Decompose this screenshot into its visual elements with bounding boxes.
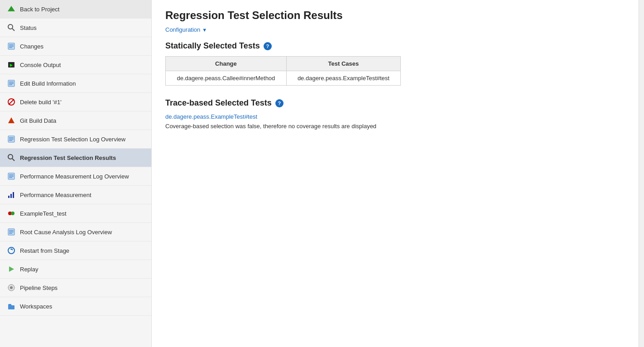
sidebar-item-regression-test-selection-results[interactable]: Regression Test Selection Results [0, 149, 151, 167]
sidebar-item-replay[interactable]: Replay [0, 260, 151, 279]
back-to-project-icon [6, 4, 16, 14]
sidebar-item-pipeline-steps[interactable]: Pipeline Steps [0, 279, 151, 297]
workspaces-label: Workspaces [20, 303, 52, 310]
configuration-link-text: Configuration [165, 26, 200, 33]
sidebar-item-console-output[interactable]: ►Console Output [0, 56, 151, 74]
exampletest-test-label: ExampleTest_test [20, 210, 67, 217]
sidebar-item-performance-measurement[interactable]: Performance Measurement [0, 186, 151, 204]
page-title: Regression Test Selection Results [165, 9, 625, 22]
performance-measurement-log-overview-label: Performance Measurement Log Overview [20, 173, 129, 180]
svg-rect-39 [8, 305, 14, 309]
edit-build-information-icon [6, 78, 16, 88]
svg-rect-28 [13, 192, 14, 198]
sidebar-item-workspaces[interactable]: Workspaces [0, 297, 151, 316]
trace-based-selected-tests-help-icon[interactable]: ? [275, 99, 284, 107]
sidebar-item-regression-test-selection-log-overview[interactable]: Regression Test Selection Log Overview [0, 130, 151, 149]
changes-label: Changes [20, 43, 43, 50]
exampletest-test-icon [6, 208, 16, 218]
svg-rect-27 [10, 194, 12, 198]
git-build-data-icon [6, 116, 16, 125]
regression-test-selection-log-overview-icon [6, 134, 16, 144]
table-row: de.dagere.peass.Callee#innerMethodde.dag… [166, 71, 401, 86]
edit-build-information-label: Edit Build Information [20, 80, 76, 87]
sidebar-item-root-cause-analysis-log-overview[interactable]: Root Cause Analysis Log Overview [0, 223, 151, 241]
table-cell-test-cases: de.dagere.peass.ExampleTest#test [286, 71, 400, 86]
svg-point-38 [10, 286, 13, 289]
table-header-change: Change [166, 57, 287, 71]
regression-test-selection-results-label: Regression Test Selection Results [20, 154, 116, 161]
console-output-label: Console Output [20, 62, 61, 68]
svg-point-1 [8, 24, 13, 29]
sidebar-item-back-to-project[interactable]: Back to Project [0, 0, 151, 19]
changes-icon [6, 41, 16, 51]
coverage-note: Coverage-based selection was false, ther… [165, 123, 625, 130]
trace-based-test-link[interactable]: de.dagere.peass.ExampleTest#test [165, 113, 625, 120]
sidebar-item-exampletest-test[interactable]: ExampleTest_test [0, 204, 151, 223]
svg-text:►: ► [9, 63, 14, 67]
statically-selected-tests-table: Change Test Cases de.dagere.peass.Callee… [165, 56, 401, 86]
regression-test-selection-results-icon [6, 153, 16, 163]
pipeline-steps-icon [6, 283, 16, 293]
svg-line-2 [12, 29, 14, 31]
sidebar-item-git-build-data[interactable]: Git Build Data [0, 111, 151, 130]
console-output-icon: ► [6, 60, 16, 70]
svg-line-21 [12, 159, 14, 161]
status-icon [6, 23, 16, 33]
root-cause-analysis-log-overview-label: Root Cause Analysis Log Overview [20, 229, 112, 236]
statically-selected-tests-title: Statically Selected Tests ? [165, 41, 625, 51]
scrollbar[interactable] [639, 0, 644, 347]
sidebar-item-delete-build[interactable]: Delete build '#1' [0, 93, 151, 111]
statically-selected-tests-help-icon[interactable]: ? [264, 42, 272, 50]
svg-rect-26 [8, 196, 10, 198]
table-header-test-cases: Test Cases [286, 57, 400, 71]
main-content: Regression Test Selection Results Config… [152, 0, 639, 347]
workspaces-icon [6, 301, 16, 311]
svg-marker-0 [8, 6, 15, 11]
sidebar-item-edit-build-information[interactable]: Edit Build Information [0, 74, 151, 93]
svg-point-20 [8, 154, 13, 159]
pipeline-steps-label: Pipeline Steps [20, 284, 58, 291]
sidebar-item-changes[interactable]: Changes [0, 37, 151, 56]
configuration-link[interactable]: Configuration ▼ [165, 26, 207, 33]
performance-measurement-label: Performance Measurement [20, 192, 91, 198]
replay-icon [6, 264, 16, 274]
trace-based-selected-tests-title: Trace-based Selected Tests ? [165, 98, 625, 108]
delete-build-icon [6, 97, 16, 107]
svg-marker-15 [8, 117, 14, 123]
svg-point-30 [11, 212, 14, 215]
restart-from-stage-label: Restart from Stage [20, 247, 69, 254]
performance-measurement-log-overview-icon [6, 171, 16, 181]
back-to-project-label: Back to Project [20, 6, 59, 13]
configuration-arrow: ▼ [202, 27, 207, 33]
sidebar-item-restart-from-stage[interactable]: Restart from Stage [0, 241, 151, 260]
svg-marker-36 [9, 266, 14, 272]
git-build-data-label: Git Build Data [20, 117, 56, 124]
restart-from-stage-icon [6, 246, 16, 255]
regression-test-selection-log-overview-label: Regression Test Selection Log Overview [20, 136, 125, 143]
sidebar-item-performance-measurement-log-overview[interactable]: Performance Measurement Log Overview [0, 167, 151, 186]
root-cause-analysis-log-overview-icon [6, 227, 16, 237]
svg-point-35 [8, 247, 14, 254]
table-cell-change: de.dagere.peass.Callee#innerMethod [166, 71, 287, 86]
delete-build-label: Delete build '#1' [20, 99, 62, 106]
status-label: Status [20, 24, 37, 31]
replay-label: Replay [20, 266, 38, 273]
sidebar-item-status[interactable]: Status [0, 19, 151, 37]
sidebar: Back to ProjectStatusChanges►Console Out… [0, 0, 152, 347]
svg-line-14 [9, 99, 14, 105]
performance-measurement-icon [6, 190, 16, 200]
